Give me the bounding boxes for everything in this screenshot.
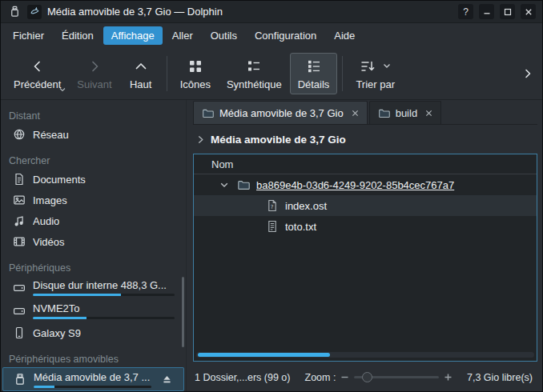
place-documents[interactable]: Documents (1, 169, 186, 190)
toolbar-separator (167, 56, 167, 91)
back-label: Précédent (14, 78, 61, 90)
window-title: Média amovible de 3,7 Gio — Dolphin (47, 6, 452, 18)
disk-usage-bar (34, 386, 151, 388)
disk-usage-bar (33, 317, 175, 319)
hard-drive-icon (12, 305, 26, 318)
toolbar-overflow-button[interactable] (518, 58, 537, 90)
tab-close-icon[interactable] (352, 110, 359, 117)
items-summary: 1 Dossier,...ers (99 o) (195, 372, 291, 383)
back-button[interactable]: Précédent (6, 53, 69, 94)
zoom-out-icon[interactable] (340, 373, 349, 382)
compact-view-button[interactable]: Synthétique (219, 53, 290, 94)
section-header-peripheriques: Périphériques (1, 258, 186, 276)
titlebar[interactable]: Média amovible de 3,7 Gio — Dolphin ? (1, 1, 542, 23)
main-area: Média amovible de 3,7 Gio build (187, 100, 542, 391)
section-header-distant: Distant (1, 106, 186, 124)
horizontal-scrollbar-thumb[interactable] (198, 353, 330, 357)
chevron-up-icon (133, 58, 149, 74)
section-header-chercher: Chercher (1, 151, 186, 169)
forward-label: Suivant (77, 78, 111, 90)
column-header-nom[interactable]: Nom (194, 154, 537, 174)
hard-drive-icon (12, 282, 26, 294)
place-galaxy-s9[interactable]: Galaxy S9 (1, 322, 186, 343)
place-label: Images (33, 194, 67, 206)
breadcrumb-chevron-icon[interactable] (196, 135, 205, 144)
place-media-amovible[interactable]: Média amovible de 3,7 ... (2, 367, 184, 391)
close-button[interactable] (521, 4, 536, 19)
place-label: Documents (33, 174, 86, 186)
folder-icon (378, 107, 390, 119)
places-scrollbar[interactable] (182, 277, 184, 347)
menu-configuration[interactable]: Configuration (247, 26, 324, 45)
folder-icon (237, 178, 250, 191)
place-videos[interactable]: Vidéos (1, 231, 186, 252)
icons-view-icon (187, 58, 203, 74)
file-name[interactable]: ba869e4b-03d6-4249-9202-85b4cec767a7 (256, 179, 454, 191)
place-label: Média amovible de 3,7 ... (34, 371, 151, 383)
zoom-label: Zoom : (305, 372, 336, 383)
free-space-text: 7,3 Gio libre(s) (467, 372, 536, 383)
tab-build[interactable]: build (369, 101, 441, 124)
details-view-button[interactable]: Détails (290, 53, 338, 94)
usb-drive-window-icon (7, 5, 22, 19)
tab-close-icon[interactable] (425, 110, 432, 117)
file-row-toto-txt[interactable]: toto.txt (194, 216, 537, 237)
main-toolbar: Précédent Suivant Haut Icônes (1, 47, 542, 100)
place-label: Vidéos (33, 236, 65, 248)
status-bar: 1 Dossier,...ers (99 o) Zoom : 7,3 Gio l… (193, 362, 537, 391)
places-panel: Distant Réseau Chercher Documents Images (1, 100, 187, 391)
icons-view-label: Icônes (180, 78, 211, 90)
minimize-button[interactable] (479, 4, 494, 19)
window-body: Distant Réseau Chercher Documents Images (1, 100, 542, 391)
zoom-slider-handle[interactable] (362, 372, 372, 382)
tab-label: build (396, 107, 417, 119)
file-view[interactable]: Nom ba869e4b-03d6-4249-9202-85b4cec767a7… (193, 154, 537, 362)
menu-outils[interactable]: Outils (203, 26, 245, 45)
folder-icon (202, 107, 214, 119)
document-icon (12, 173, 26, 186)
menu-aller[interactable]: Aller (164, 26, 201, 45)
phone-icon (12, 326, 26, 339)
place-label: Réseau (33, 129, 69, 141)
place-images[interactable]: Images (1, 190, 186, 210)
place-audio[interactable]: Audio (1, 210, 186, 231)
file-name[interactable]: toto.txt (285, 221, 316, 233)
place-reseau[interactable]: Réseau (1, 124, 186, 145)
eject-icon[interactable] (162, 374, 172, 385)
up-button[interactable]: Haut (120, 53, 162, 94)
place-disque-dur-interne[interactable]: Disque dur interne 488,3 G... (1, 276, 186, 299)
tab-media-amovible[interactable]: Média amovible de 3,7 Gio (193, 101, 368, 124)
menu-aide[interactable]: Aide (326, 26, 363, 45)
network-icon (12, 128, 26, 141)
zoom-in-icon[interactable] (444, 373, 452, 382)
forward-button[interactable]: Suivant (69, 53, 119, 94)
unknown-file-icon: ? (266, 199, 279, 212)
menu-affichage[interactable]: Affichage (103, 26, 163, 45)
file-row-folder[interactable]: ba869e4b-03d6-4249-9202-85b4cec767a7 (194, 174, 537, 195)
dolphin-app-icon (27, 5, 42, 19)
disk-usage-bar (33, 294, 175, 296)
sort-dropdown-caret-icon (383, 63, 391, 69)
breadcrumb-current[interactable]: Média amovible de 3,7 Gio (211, 134, 346, 146)
video-icon (12, 235, 26, 248)
back-dropdown-caret-icon (59, 87, 66, 92)
details-view-label: Détails (298, 78, 330, 90)
icons-view-button[interactable]: Icônes (172, 53, 219, 94)
maximize-button[interactable] (500, 4, 515, 19)
place-nvme2to[interactable]: NVME2To (1, 299, 186, 322)
horizontal-scrollbar[interactable] (196, 352, 534, 358)
file-row-index-ost[interactable]: ? index.ost (194, 195, 537, 216)
zoom-slider[interactable] (354, 370, 439, 384)
menu-edition[interactable]: Édition (54, 26, 102, 45)
help-button[interactable]: ? (458, 4, 473, 19)
menu-fichier[interactable]: Fichier (5, 26, 52, 45)
image-icon (12, 194, 26, 206)
sort-by-button[interactable]: Trier par (348, 53, 403, 94)
place-label: Audio (33, 215, 59, 227)
menubar: Fichier Édition Affichage Aller Outils C… (1, 23, 542, 47)
compact-view-icon (246, 58, 262, 74)
dolphin-window: Média amovible de 3,7 Gio — Dolphin ? Fi… (0, 0, 543, 392)
file-name[interactable]: index.ost (285, 200, 327, 212)
place-label: NVME2To (33, 302, 175, 314)
expander-down-icon[interactable] (218, 182, 231, 188)
